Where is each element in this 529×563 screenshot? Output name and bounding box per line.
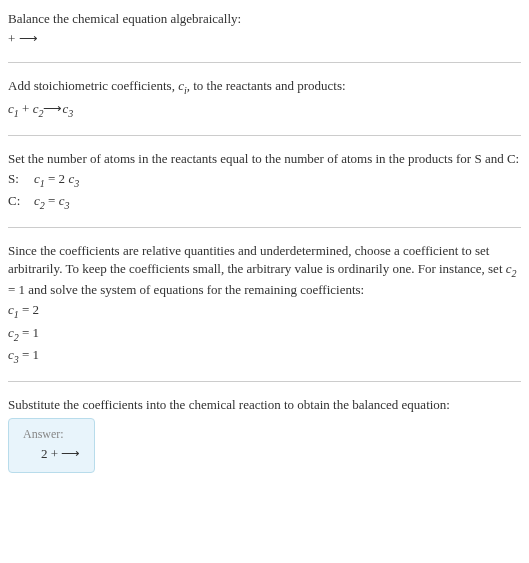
answer-title: Answer: [23, 427, 80, 442]
step3-intro-part1: Since the coefficients are relative quan… [8, 243, 506, 276]
equation-s: S: c1 = 2 c3 [8, 170, 521, 191]
step4-intro: Substitute the coefficients into the che… [8, 396, 521, 414]
answer-box: Answer: 2 + ⟶ [8, 418, 95, 473]
step3-intro-part2: = 1 and solve the system of equations fo… [8, 282, 364, 297]
c-c3-sub: 3 [64, 200, 69, 211]
stoich-expression: c1 + c2 ⟶ c3 [8, 100, 521, 121]
plus-1: + [19, 101, 33, 116]
result-c2: c2 = 1 [8, 324, 521, 345]
arrow-1: ⟶ [43, 100, 62, 118]
c-label: C: [8, 192, 24, 213]
r3-val: = 1 [19, 347, 39, 362]
title: Balance the chemical equation algebraica… [8, 10, 521, 28]
result-c3: c3 = 1 [8, 346, 521, 367]
answer-equation: 2 + ⟶ [23, 446, 80, 462]
result-c1: c1 = 2 [8, 301, 521, 322]
step1-intro-part1: Add stoichiometric coefficients, [8, 78, 178, 93]
step1-intro-part2: , to the reactants and products: [187, 78, 346, 93]
c-expression: c2 = c3 [34, 192, 69, 213]
step1-intro: Add stoichiometric coefficients, ci, to … [8, 77, 521, 98]
separator-3 [8, 227, 521, 228]
r2-val: = 1 [19, 325, 39, 340]
c3-sub: 3 [68, 108, 73, 119]
c-eq: = [45, 193, 59, 208]
step2-intro: Set the number of atoms in the reactants… [8, 150, 521, 168]
step3-intro: Since the coefficients are relative quan… [8, 242, 521, 299]
equation-c: C: c2 = c3 [8, 192, 521, 213]
separator-2 [8, 135, 521, 136]
r1-val: = 2 [19, 302, 39, 317]
s-c3-sub: 3 [74, 177, 79, 188]
separator-1 [8, 62, 521, 63]
s-label: S: [8, 170, 24, 191]
separator-4 [8, 381, 521, 382]
s-eq: = 2 [45, 171, 69, 186]
set-c2-sub: 2 [512, 268, 517, 279]
s-expression: c1 = 2 c3 [34, 170, 79, 191]
initial-equation: + ⟶ [8, 30, 521, 48]
